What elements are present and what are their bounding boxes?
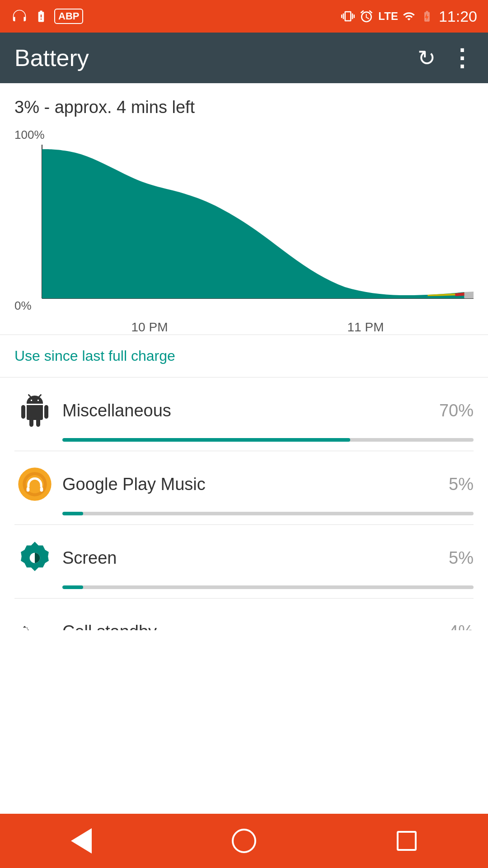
recents-icon [397,831,417,851]
battery-item-cell-standby[interactable]: Cell standby 4% [14,599,474,630]
app-bar: Battery ↻ ⋮ [0,33,488,83]
content-area: 3% - approx. 4 mins left 100% 0% [0,83,488,630]
svg-rect-4 [40,487,43,492]
battery-chart: 100% 0% 10 P [14,128,474,335]
home-button[interactable] [226,823,262,859]
google-play-music-icon [14,464,55,505]
gpm-progress-bg [62,512,474,515]
miscellaneous-percent: 70% [439,401,474,420]
page-title: Battery [14,44,89,71]
cell-standby-label: Cell standby [55,622,449,631]
cell-standby-icon [14,611,55,630]
back-button[interactable] [63,823,99,859]
alarm-icon [359,9,374,24]
battery-item-screen-row: Screen 5% [14,538,474,578]
adblock-icon: ABP [54,9,83,24]
chart-x-label-10pm: 10 PM [131,320,168,335]
android-robot-icon [14,390,55,431]
lte-icon: LTE [378,10,398,23]
gpm-percent: 5% [449,475,474,494]
miscellaneous-progress-bg [62,438,474,442]
chart-y-bottom-label: 0% [14,299,32,313]
back-icon [71,828,92,854]
headphones-icon [11,8,28,25]
battery-item-google-play-music[interactable]: Google Play Music 5% [14,451,474,525]
status-bar: ABP LTE 11:20 [0,0,488,33]
svg-rect-3 [27,487,30,492]
chart-x-label-11pm: 11 PM [347,320,384,335]
status-bar-right-icons: LTE 11:20 [341,8,477,25]
battery-item-gpm-row: Google Play Music 5% [14,464,474,505]
screen-brightness-icon [14,538,55,578]
battery-chart-svg [14,145,474,316]
time-display: 11:20 [439,8,477,25]
screen-progress-bg [62,585,474,589]
battery-item-screen[interactable]: Screen 5% [14,525,474,599]
app-bar-actions: ↻ ⋮ [418,44,474,71]
home-icon [232,829,256,853]
battery-item-miscellaneous[interactable]: Miscellaneous 70% [14,377,474,451]
screen-percent: 5% [449,548,474,568]
navigation-bar [0,814,488,868]
status-bar-left-icons: ABP [11,8,83,25]
gpm-progress-fill [62,512,83,515]
battery-status-text: 3% - approx. 4 mins left [14,98,474,117]
signal-icon [403,9,415,24]
full-charge-link[interactable]: Use since last full charge [14,335,474,377]
battery-low-icon [420,10,434,23]
screen-label: Screen [55,548,449,568]
cell-standby-percent: 4% [449,622,474,631]
recents-button[interactable] [389,823,425,859]
vibrate-icon [341,8,355,24]
main-content: 3% - approx. 4 mins left 100% 0% [0,83,488,693]
miscellaneous-progress-fill [62,438,350,442]
battery-warning-icon [34,8,48,25]
screen-progress-fill [62,585,83,589]
miscellaneous-label: Miscellaneous [55,401,439,420]
more-options-button[interactable]: ⋮ [450,44,474,71]
refresh-button[interactable]: ↻ [418,45,436,71]
battery-item-miscellaneous-row: Miscellaneous 70% [14,390,474,431]
battery-item-cell-row: Cell standby 4% [14,611,474,630]
chart-area: 0% [14,145,474,316]
chart-x-labels: 10 PM 11 PM [14,320,474,335]
gpm-label: Google Play Music [55,475,449,494]
chart-y-top-label: 100% [14,128,474,142]
